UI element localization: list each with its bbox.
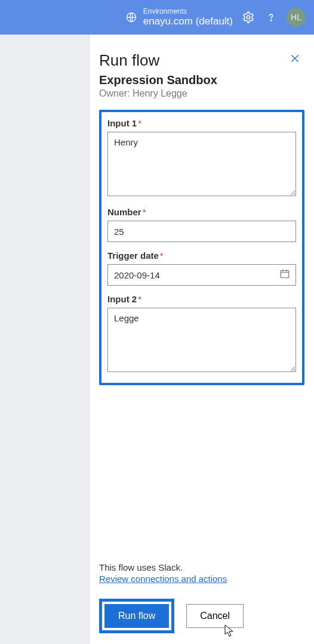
number-field[interactable] (107, 221, 296, 242)
environment-icon (125, 11, 137, 23)
svg-point-1 (247, 16, 250, 19)
form-highlight: Input 1* Number* Trigger date* (99, 110, 304, 385)
footer-info: This flow uses Slack. (99, 562, 304, 572)
panel-subtitle: Expression Sandbox (99, 73, 304, 87)
help-icon[interactable] (264, 10, 278, 24)
panel-title: Run flow (99, 51, 304, 70)
avatar-initials: HL (291, 13, 301, 22)
svg-point-2 (270, 20, 271, 20)
review-connections-link[interactable]: Review connections and actions (99, 574, 227, 584)
input2-label: Input 2* (107, 294, 296, 304)
gear-icon[interactable] (241, 10, 255, 24)
cancel-button[interactable]: Cancel (186, 604, 244, 628)
top-bar: Environments enayu.com (default) HL (0, 0, 314, 35)
trigger-date-label: Trigger date* (107, 250, 296, 261)
trigger-date-field[interactable] (107, 264, 296, 286)
avatar[interactable]: HL (287, 8, 306, 27)
environment-label: Environments (143, 7, 233, 16)
run-flow-button[interactable]: Run flow (104, 604, 169, 628)
run-flow-panel: Run flow Expression Sandbox Owner: Henry… (90, 35, 314, 644)
input2-field[interactable]: <span></span> (107, 308, 296, 372)
environment-name: enayu.com (default) (143, 16, 233, 27)
panel-owner: Owner: Henry Legge (99, 88, 304, 99)
left-background (0, 35, 90, 644)
close-icon[interactable] (287, 50, 303, 67)
input1-label: Input 1* (107, 118, 296, 128)
number-label: Number* (107, 207, 296, 217)
environment-selector[interactable]: Environments enayu.com (default) (125, 7, 233, 28)
run-button-highlight: Run flow (99, 599, 174, 633)
input1-field[interactable] (107, 132, 296, 196)
